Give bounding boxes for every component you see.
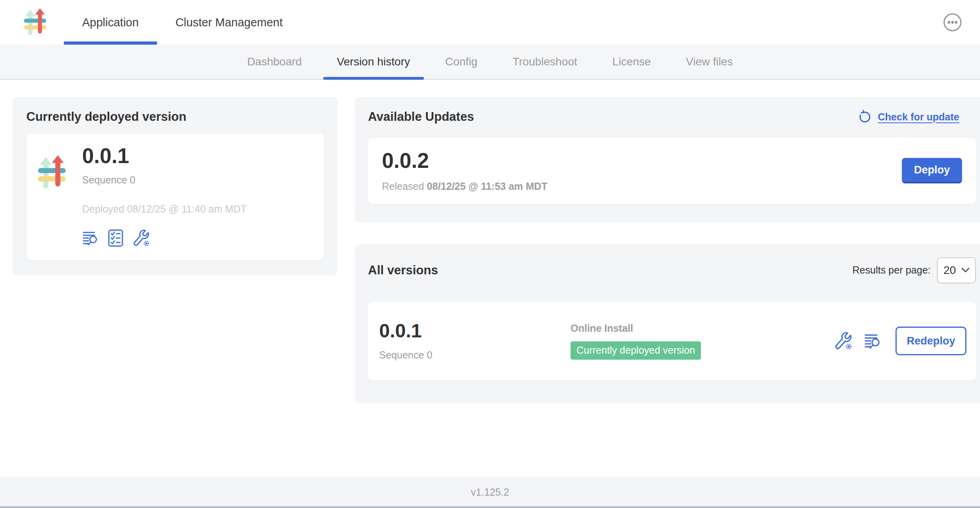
preflight-checks-button[interactable] (108, 229, 124, 247)
currently-deployed-card: Currently deployed version 0.0.1 Sequenc… (12, 97, 338, 276)
row-sequence: Sequence 0 (379, 349, 571, 361)
ellipsis-menu-icon (943, 13, 962, 32)
results-per-page-label: Results per page: (852, 264, 931, 276)
top-tab-application-label: Application (82, 16, 139, 29)
update-released-line: Released 08/12/25 @ 11:53 am MDT (382, 181, 547, 192)
released-timestamp: 08/12/25 @ 11:53 am MDT (427, 181, 547, 192)
results-per-page: Results per page: 20 (852, 257, 976, 284)
chevron-down-icon (961, 268, 970, 273)
tab-config[interactable]: Config (428, 45, 495, 79)
tab-dashboard[interactable]: Dashboard (230, 45, 319, 79)
right-column: Available Updates Check for update (355, 97, 980, 404)
deployed-timestamp: Deployed 08/12/25 @ 11:40 am MDT (82, 203, 247, 215)
results-per-page-select[interactable]: 20 (937, 257, 976, 284)
footer: v1.125.2 (0, 476, 980, 508)
app-sub-nav: Dashboard Version history Config Trouble… (0, 45, 980, 80)
diff-search-icon (864, 333, 882, 349)
row-actions: Redeploy (834, 327, 966, 355)
tab-license-label: License (612, 55, 651, 68)
tab-troubleshoot[interactable]: Troubleshoot (495, 45, 594, 79)
check-for-update-label: Check for update (878, 111, 959, 123)
row-edit-config-button[interactable] (834, 332, 852, 350)
console-version: v1.125.2 (471, 486, 509, 498)
app-logo (24, 0, 46, 45)
deployed-sequence: Sequence 0 (82, 174, 247, 186)
tab-view-files[interactable]: View files (668, 45, 750, 79)
row-view-diff-button[interactable] (864, 333, 882, 349)
deployed-version-panel: 0.0.1 Sequence 0 Deployed 08/12/25 @ 11:… (26, 134, 324, 260)
top-tab-cluster-management-label: Cluster Management (175, 16, 283, 29)
tab-version-history-label: Version history (337, 55, 410, 68)
all-versions-title: All versions (368, 263, 438, 278)
app-logo-icon (24, 8, 46, 37)
view-diff-button[interactable] (82, 230, 99, 246)
available-update-row: 0.0.2 Released 08/12/25 @ 11:53 am MDT D… (368, 138, 976, 204)
preflight-checklist-icon (108, 229, 124, 247)
bottom-edge-strip (0, 506, 980, 508)
released-label: Released (382, 181, 427, 192)
all-versions-card: All versions Results per page: 20 (355, 244, 980, 404)
currently-deployed-badge: Currently deployed version (571, 341, 701, 360)
config-wrench-gear-icon (132, 229, 150, 247)
main-content: Currently deployed version 0.0.1 Sequenc… (0, 80, 980, 476)
install-type-label: Online Install (571, 323, 701, 334)
top-tab-cluster-management[interactable]: Cluster Management (157, 0, 301, 45)
row-version-number: 0.0.1 (379, 321, 571, 341)
config-wrench-gear-icon (834, 332, 852, 350)
tab-dashboard-label: Dashboard (247, 55, 302, 68)
edit-config-button[interactable] (132, 229, 150, 247)
deployed-version-number: 0.0.1 (82, 145, 247, 167)
tab-version-history[interactable]: Version history (319, 45, 428, 79)
deployed-actions (82, 229, 247, 247)
results-per-page-value: 20 (943, 264, 956, 277)
kots-admin-console: Application Cluster Management Dashboard (0, 0, 980, 508)
tab-view-files-label: View files (686, 55, 733, 68)
diff-search-icon (82, 230, 99, 246)
active-subtab-underline (323, 77, 424, 80)
tab-troubleshoot-label: Troubleshoot (512, 55, 577, 68)
available-updates-title: Available Updates (368, 110, 474, 124)
app-logo-icon (37, 155, 67, 247)
version-row: 0.0.1 Sequence 0 Online Install Currentl… (368, 302, 976, 380)
tab-config-label: Config (445, 55, 478, 68)
available-updates-card: Available Updates Check for update (355, 97, 980, 222)
active-tab-underline (64, 41, 157, 45)
refresh-icon (858, 110, 872, 124)
deploy-button[interactable]: Deploy (902, 158, 962, 183)
tab-license[interactable]: License (595, 45, 669, 79)
redeploy-button[interactable]: Redeploy (895, 327, 966, 355)
update-version-number: 0.0.2 (382, 150, 547, 172)
top-tab-application[interactable]: Application (64, 0, 157, 45)
deployed-card-title: Currently deployed version (26, 110, 324, 124)
top-nav: Application Cluster Management (0, 0, 980, 45)
check-for-update-link[interactable]: Check for update (858, 110, 959, 124)
overflow-menu-button[interactable] (943, 12, 962, 32)
